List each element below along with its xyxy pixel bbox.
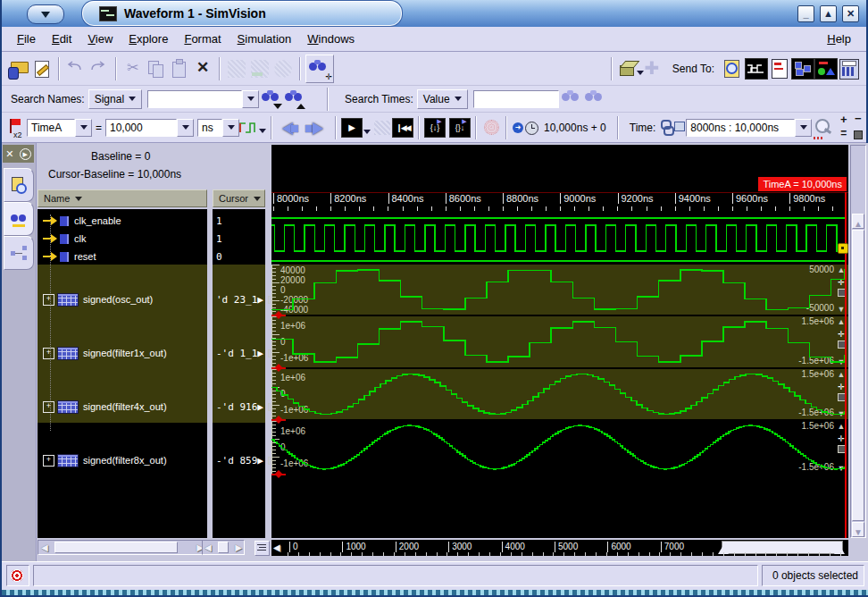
signal-row[interactable]: clk [43, 230, 205, 248]
step-over-button[interactable]: {}↓▶ [449, 118, 471, 138]
ghost-tool-3[interactable] [271, 57, 295, 80]
tab-search-pane[interactable] [4, 168, 34, 202]
edge-select-button[interactable] [239, 116, 266, 139]
zoom-full-button[interactable] [851, 128, 864, 141]
cursor-value-row[interactable]: 1 [216, 212, 264, 230]
link-windows-button[interactable] [659, 118, 686, 138]
time-value-dropdown[interactable] [177, 119, 194, 137]
cursor-value-row[interactable]: 'd 23_1▶ [216, 290, 264, 308]
panel-expand-icon[interactable]: ▶ [20, 148, 31, 160]
menu-help[interactable]: Help [819, 29, 859, 48]
redo-button[interactable] [88, 57, 111, 80]
time-value-input[interactable]: 10,000 [105, 119, 177, 137]
signal-row[interactable]: +signed(osc_out) [43, 290, 205, 308]
waveform-canvas[interactable]: TimeA = 10,000ns 8000ns8200ns8400ns8600n… [271, 145, 848, 538]
search-times-mode-dropdown[interactable]: Value [417, 89, 468, 109]
units-value[interactable]: ns [197, 119, 222, 137]
panel-close-icon[interactable]: ✕ [5, 148, 13, 160]
step-in-button[interactable]: {↓}▶ [424, 118, 446, 138]
close-button[interactable]: ✕ [842, 5, 859, 22]
cut-button[interactable]: ✂ [121, 57, 145, 80]
target-button[interactable] [6, 565, 29, 586]
signal-row[interactable]: clk_enable [43, 212, 205, 230]
zoom-fit-button[interactable]: = [837, 128, 850, 141]
search-names-dropdown-button[interactable] [242, 90, 259, 108]
scroll-left-icon[interactable]: ◀ [204, 543, 212, 552]
names-hscrollbar[interactable]: ◀ ▶ [38, 540, 207, 555]
save-button[interactable] [30, 57, 54, 80]
time-range-value[interactable]: 8000ns : 10,000ns [686, 119, 795, 137]
search-tool-button[interactable]: ✛ [305, 55, 334, 83]
waveform-vscrollbar[interactable]: ▲ ▼ [850, 145, 866, 538]
delete-button[interactable]: ✕ [191, 57, 214, 80]
send-to-schematic-button[interactable] [791, 58, 814, 80]
pause-button[interactable] [372, 119, 392, 137]
expand-button[interactable]: + [43, 294, 54, 306]
search-names-input[interactable] [147, 90, 242, 108]
open-database-button[interactable] [7, 57, 30, 80]
search-times-input[interactable] [473, 90, 559, 108]
menu-edit[interactable]: Edit [44, 29, 79, 48]
cursor-hscrollbar[interactable]: ◀ ▶ [202, 540, 245, 555]
scroll-left-icon[interactable]: ◀ [41, 543, 48, 552]
names-hscroll-thumb[interactable] [54, 542, 178, 553]
copy-button[interactable] [145, 57, 168, 80]
send-to-calculator-button[interactable] [838, 57, 861, 80]
reset-sim-button[interactable]: ❙◀◀ [392, 118, 413, 138]
send-to-waveform-button[interactable] [745, 58, 768, 80]
signal-row[interactable]: +signed(filter8x_out) [43, 451, 205, 469]
scroll-down-button[interactable]: ▼ [852, 522, 864, 537]
ghost-tool-2[interactable] [248, 57, 271, 80]
menu-explore[interactable]: Explore [121, 29, 176, 48]
cursor-value-row[interactable]: 0 [216, 248, 264, 265]
tab-waveform-pane[interactable] [4, 202, 34, 236]
minimize-button[interactable]: _ [797, 5, 814, 22]
units-dropdown[interactable] [222, 119, 239, 137]
signal-row[interactable]: +signed(filter1x_out) [43, 344, 205, 362]
menu-file[interactable]: File [9, 29, 44, 48]
cursor-select-value[interactable]: TimeA [27, 119, 75, 137]
menu-format[interactable]: Format [176, 29, 229, 48]
zoom-in-button[interactable]: + [837, 114, 850, 127]
time-range-dropdown[interactable] [795, 119, 812, 137]
menu-windows[interactable]: Windows [299, 29, 363, 48]
search-names-next-button[interactable] [259, 89, 282, 109]
menu-simulation[interactable]: Simulation [230, 29, 300, 48]
tab-schematic-pane[interactable] [4, 236, 34, 270]
overview-scroll-left-icon[interactable]: ◀ [273, 543, 280, 552]
add-button[interactable]: ✚ [640, 57, 664, 80]
cursor-select-dropdown[interactable] [75, 119, 92, 137]
prev-edge-button[interactable] [277, 116, 304, 139]
undo-button[interactable] [64, 57, 88, 80]
run-button[interactable]: ▶ [341, 118, 363, 138]
cursor-column-header[interactable]: Cursor [213, 189, 265, 207]
stop-button[interactable] [481, 116, 501, 139]
next-edge-button[interactable] [304, 116, 330, 139]
vscroll-thumb[interactable] [852, 230, 864, 521]
zoom-tool-button[interactable] [812, 116, 835, 139]
design-box-button[interactable] [617, 57, 640, 80]
window-menu-button[interactable] [27, 4, 64, 24]
search-times-prev-button[interactable] [582, 89, 605, 109]
cursor-value-row[interactable]: -'d 859▶ [216, 451, 264, 469]
search-times-next-button[interactable] [559, 89, 582, 109]
title-tab[interactable]: Waveform 1 - SimVision [82, 1, 402, 26]
menu-view[interactable]: View [79, 29, 121, 48]
overview-bar[interactable]: ◀ 01000200030004000500060007000 [271, 540, 848, 556]
marker-flag-button[interactable]: x2 [7, 116, 27, 139]
ghost-tool-1[interactable] [225, 57, 248, 80]
goto-time-button[interactable]: ➜ [512, 116, 540, 139]
send-to-source-button[interactable] [768, 57, 791, 80]
levels-button[interactable] [255, 541, 270, 556]
cursor-edge-marker[interactable] [838, 243, 848, 254]
send-to-analysis-button[interactable] [722, 57, 745, 80]
search-names-prev-button[interactable] [282, 89, 305, 109]
name-column-header[interactable]: Name [38, 189, 207, 207]
scroll-right-icon[interactable]: ▶ [235, 543, 242, 552]
signal-row[interactable]: +signed(filter4x_out) [43, 398, 205, 416]
cursor-value-row[interactable]: 1 [216, 230, 264, 248]
cursor-value-row[interactable]: -'d 916▶ [216, 398, 264, 416]
signal-row[interactable]: reset [43, 248, 205, 265]
run-options-dropdown[interactable] [363, 130, 371, 134]
send-to-browser-button[interactable] [814, 58, 838, 80]
